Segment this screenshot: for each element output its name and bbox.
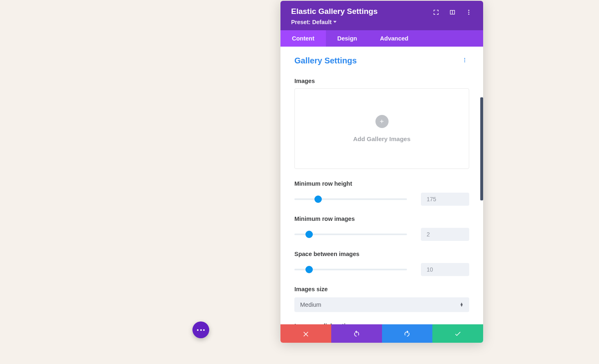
- min-row-height-slider[interactable]: [294, 195, 407, 203]
- images-label: Images: [294, 78, 469, 84]
- min-row-images-field: Minimum row images 2: [294, 216, 469, 241]
- tab-content[interactable]: Content: [280, 30, 326, 47]
- scrollbar-thumb[interactable]: [480, 97, 483, 200]
- min-row-images-input[interactable]: 2: [421, 228, 469, 241]
- slider-thumb[interactable]: [305, 231, 313, 238]
- preset-value: Default: [312, 19, 331, 25]
- split-view-icon[interactable]: [449, 9, 456, 16]
- images-size-field: Images size Medium ▲▼: [294, 286, 469, 312]
- onclick-label: Image onclick action.: [294, 323, 469, 325]
- svg-point-2: [468, 13, 470, 15]
- preset-prefix: Preset:: [291, 19, 310, 25]
- panel-title-block: Elastic Gallery Settings Preset: Default: [291, 7, 377, 25]
- images-size-select[interactable]: Medium ▲▼: [294, 297, 469, 312]
- section-menu-icon[interactable]: [460, 56, 469, 66]
- expand-icon[interactable]: [432, 9, 440, 16]
- images-size-value: Medium: [300, 301, 321, 308]
- svg-point-0: [468, 10, 470, 11]
- add-images-dropzone[interactable]: + Add Gallery Images: [294, 88, 469, 169]
- space-between-label: Space between images: [294, 251, 469, 257]
- min-row-height-field: Minimum row height 175: [294, 180, 469, 206]
- svg-point-3: [464, 58, 465, 58]
- settings-tabbar: Content Design Advanced: [280, 30, 483, 47]
- section-title: Gallery Settings: [294, 56, 357, 65]
- tab-advanced[interactable]: Advanced: [368, 30, 420, 47]
- panel-header-actions: [432, 9, 472, 16]
- space-between-input[interactable]: 10: [421, 263, 469, 276]
- plus-icon: +: [375, 115, 389, 128]
- space-between-slider[interactable]: [294, 266, 407, 273]
- min-row-images-label: Minimum row images: [294, 216, 469, 222]
- min-row-height-input[interactable]: 175: [421, 193, 469, 206]
- tab-design[interactable]: Design: [326, 30, 368, 47]
- add-images-caption: Add Gallery Images: [353, 135, 410, 142]
- min-row-height-label: Minimum row height: [294, 180, 469, 187]
- settings-panel: Elastic Gallery Settings Preset: Default…: [280, 1, 483, 343]
- panel-content: Gallery Settings Images + Add Gallery Im…: [280, 47, 483, 325]
- page-builder-fab[interactable]: [192, 321, 209, 338]
- slider-thumb[interactable]: [314, 195, 322, 203]
- slider-thumb[interactable]: [305, 266, 313, 273]
- undo-button[interactable]: [331, 324, 382, 343]
- panel-header: Elastic Gallery Settings Preset: Default: [280, 1, 483, 30]
- min-row-images-slider[interactable]: [294, 231, 407, 238]
- space-between-field: Space between images 10: [294, 251, 469, 276]
- cancel-button[interactable]: [280, 324, 331, 343]
- more-icon[interactable]: [465, 9, 472, 16]
- confirm-button[interactable]: [432, 324, 483, 343]
- select-chevrons-icon: ▲▼: [460, 303, 463, 307]
- svg-point-5: [464, 61, 465, 62]
- ellipsis-icon: [197, 329, 205, 331]
- caret-down-icon: [333, 21, 337, 23]
- preset-dropdown[interactable]: Preset: Default: [291, 19, 377, 25]
- panel-title: Elastic Gallery Settings: [291, 7, 377, 16]
- images-size-label: Images size: [294, 286, 469, 292]
- panel-footer: [280, 324, 483, 343]
- svg-point-4: [464, 59, 465, 60]
- redo-button[interactable]: [382, 324, 433, 343]
- svg-point-1: [468, 12, 470, 13]
